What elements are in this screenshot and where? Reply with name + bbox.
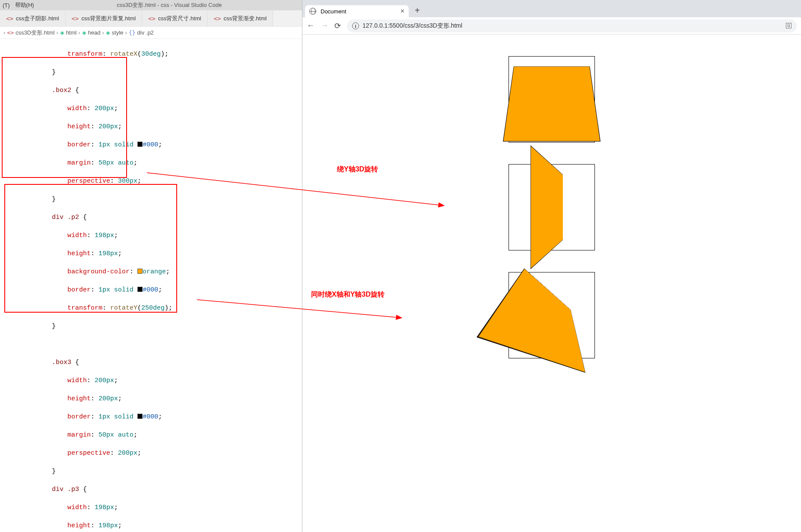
demo-box2 [509,164,595,250]
window-title: css3D变形.html - css - Visual Studio Code [39,1,299,9]
annotation-label-1: 绕Y轴3D旋转 [337,165,378,174]
annotation-label-2: 同时绕X轴和Y轴3D旋转 [311,290,385,299]
demo-box1 [509,56,595,142]
menu-item-help[interactable]: 帮助(H) [15,1,34,9]
selector-icon: {} [129,29,136,36]
element-icon: ◈ [82,29,86,36]
browser-tab[interactable]: Document × [305,5,409,17]
editor-tab[interactable]: <>css背景尺寸.html [142,10,208,26]
browser-tab-title: Document [321,8,346,15]
page-viewport [302,35,801,532]
reload-button[interactable]: ⟳ [334,21,341,31]
url-text: 127.0.0.1:5500/css/3/css3D变形.html [362,22,462,30]
color-swatch-icon [137,287,143,292]
demo-box3 [509,272,595,358]
address-bar[interactable]: i 127.0.0.1:5500/css/3/css3D变形.html 🄶 [347,19,797,32]
code-editor[interactable]: transform: rotateX(30deg); } .box2 { wid… [0,39,302,532]
back-button[interactable]: ← [307,21,315,30]
new-tab-button[interactable]: + [412,6,423,17]
site-info-icon[interactable]: i [352,22,359,29]
html-file-icon: <> [214,15,221,22]
editor-tabs: <>css盒子阴影.html <>css背景图片重复.html <>css背景尺… [0,10,302,27]
html-file-icon: <> [72,15,79,22]
element-icon: ◈ [106,29,110,36]
editor-tab[interactable]: <>css盒子阴影.html [0,10,66,26]
html-file-icon: <> [148,15,156,22]
element-icon: ◈ [60,29,64,36]
translate-icon[interactable]: 🄶 [786,22,791,29]
demo-p3 [477,269,585,373]
globe-icon [309,8,316,15]
browser-tabstrip: Document × + [302,0,801,17]
html-file-icon: <> [7,29,14,36]
menu-item-t[interactable]: (T) [3,2,10,9]
html-file-icon: <> [6,15,13,22]
vscode-window: (T) 帮助(H) css3D变形.html - css - Visual St… [0,0,302,532]
breadcrumb[interactable]: › <> css3D变形.html › ◈ html › ◈ head › ◈ … [0,27,302,39]
browser-toolbar: ← → ⟳ i 127.0.0.1:5500/css/3/css3D变形.htm… [302,17,801,35]
color-swatch-icon [137,142,143,147]
vscode-titlebar: (T) 帮助(H) css3D变形.html - css - Visual St… [0,0,302,10]
demo-p1 [503,66,601,142]
editor-tab[interactable]: <>css背景渐变.html [208,10,273,26]
close-icon[interactable]: × [400,8,404,15]
demo-p2 [531,146,563,269]
browser-window: Document × + ← → ⟳ i 127.0.0.1:5500/css/… [302,0,801,532]
forward-button[interactable]: → [321,21,328,30]
color-swatch-icon [137,414,143,419]
editor-tab[interactable]: <>css背景图片重复.html [66,10,143,26]
color-swatch-icon [137,269,143,274]
